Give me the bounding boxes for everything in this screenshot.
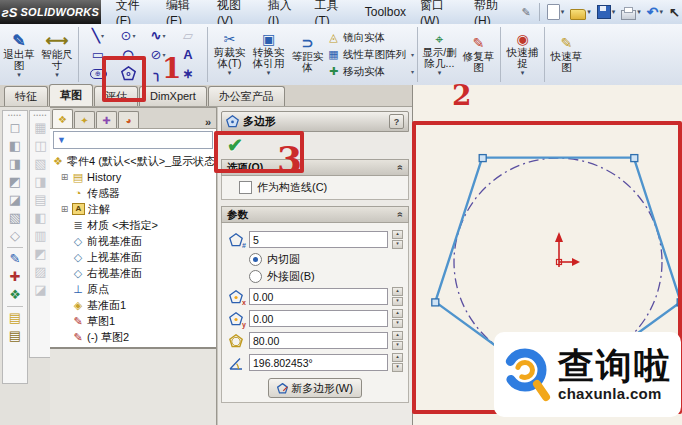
- spin-up-icon[interactable]: ▴: [392, 309, 403, 318]
- tree-item-sketch2[interactable]: ✎ (-) 草图2: [52, 329, 216, 345]
- spin-down-icon[interactable]: ▾: [392, 319, 403, 328]
- partial-ellipse-tool[interactable]: ▱: [173, 26, 203, 45]
- tree-root-item[interactable]: ❖ 零件4 (默认<<默认>_显示状态: [52, 153, 216, 169]
- arc-tool[interactable]: ◠: [113, 45, 143, 64]
- circle-diameter-input[interactable]: 80.00: [249, 332, 388, 349]
- view-left-icon[interactable]: ◩: [9, 173, 21, 191]
- parameters-section-header[interactable]: 参数 »: [221, 206, 409, 223]
- offset-entities-button[interactable]: ⊃ 等距实 体: [288, 24, 327, 85]
- inscribed-radio[interactable]: [249, 253, 262, 266]
- chevron-down-icon[interactable]: ▾: [521, 69, 525, 77]
- construction-line-checkbox[interactable]: [239, 181, 252, 194]
- quick-snaps-button[interactable]: ◉ 快速捕 捉 ▾: [503, 24, 542, 85]
- design-library-icon[interactable]: ▤: [9, 309, 21, 327]
- tab-dimxpert[interactable]: DimXpert: [139, 86, 207, 106]
- extrude-cut-icon[interactable]: ▤: [34, 191, 46, 209]
- pattern-feature-icon[interactable]: ◩: [34, 245, 46, 263]
- spin-up-icon[interactable]: ▴: [392, 331, 403, 340]
- graphics-area[interactable]: 查询啦 chaxunla.com: [412, 85, 682, 425]
- revolve-cut-icon[interactable]: ◧: [34, 209, 46, 227]
- view-right-icon[interactable]: ◪: [9, 191, 21, 209]
- edit-sketch-icon[interactable]: ✎: [10, 250, 21, 268]
- tree-item-front-plane[interactable]: ◇ 前视基准面: [52, 233, 216, 249]
- open-document-button[interactable]: ▾: [568, 5, 593, 20]
- tab-office-products[interactable]: 办公室产品: [208, 86, 285, 106]
- toolbar-grip[interactable]: •••••: [34, 112, 48, 118]
- sketch-fillet-tool[interactable]: ╮: [143, 64, 173, 83]
- rectangle-tool[interactable]: ▭: [83, 45, 113, 64]
- undo-button[interactable]: ↶ ▾: [645, 5, 665, 19]
- chevron-down-icon[interactable]: ▾: [438, 69, 442, 77]
- tab-features[interactable]: 特征: [4, 86, 48, 106]
- display-delete-relations-button[interactable]: ⌖ 显示/删 除几... ▾: [420, 24, 459, 85]
- chevron-down-icon[interactable]: ▾: [660, 8, 664, 16]
- collapse-chevron-icon[interactable]: »: [395, 212, 406, 218]
- ellipse-tool[interactable]: ⊘▾: [143, 45, 173, 64]
- lofted-boss-icon[interactable]: ◨: [34, 173, 46, 191]
- chevron-down-icon[interactable]: ▾: [612, 8, 616, 16]
- file-explorer-icon[interactable]: ▤: [9, 327, 21, 345]
- trim-entities-button[interactable]: ✂ 剪裁实 体(T) ▾: [210, 24, 249, 85]
- vertex-handle[interactable]: [479, 155, 486, 162]
- extrude-boss-icon[interactable]: ▦: [34, 119, 46, 137]
- markup-pen-icon[interactable]: ✎: [522, 6, 531, 19]
- options-section-header[interactable]: 选项(O) »: [221, 159, 409, 176]
- expand-icon[interactable]: ⊞: [60, 172, 69, 182]
- linear-sketch-pattern-button[interactable]: ▦ 线性草图阵列 ▾: [327, 47, 415, 63]
- help-button[interactable]: ?: [389, 114, 404, 129]
- construction-line-option[interactable]: 作为构造线(C): [227, 180, 403, 195]
- expand-icon[interactable]: ⊞: [60, 204, 69, 214]
- spline-tool[interactable]: ∿▾: [143, 26, 173, 45]
- spin-down-icon[interactable]: ▾: [392, 363, 403, 372]
- circumscribed-circle-option[interactable]: 外接圆(B): [227, 269, 403, 284]
- convert-entities-button[interactable]: ▣ 转换实 体引用 ▾: [249, 24, 288, 85]
- view-back-icon[interactable]: ◨: [9, 155, 21, 173]
- tree-item-top-plane[interactable]: ◇ 上视基准面: [52, 249, 216, 265]
- new-document-button[interactable]: ▾: [545, 4, 567, 20]
- spin-up-icon[interactable]: ▴: [392, 230, 403, 239]
- swept-boss-icon[interactable]: ▧: [34, 155, 46, 173]
- chevron-down-icon[interactable]: ▾: [587, 8, 591, 16]
- inscribed-circle-option[interactable]: 内切圆: [227, 252, 403, 267]
- center-x-spinner[interactable]: ▴▾: [392, 287, 403, 306]
- tree-item-origin[interactable]: ⊥ 原点: [52, 281, 216, 297]
- tab-sketch[interactable]: 草图: [49, 84, 93, 106]
- chevron-down-icon[interactable]: ▾: [162, 51, 165, 58]
- add-relation-icon[interactable]: ✚: [10, 268, 21, 286]
- tree-item-plane1[interactable]: ◈ 基准面1: [52, 297, 216, 313]
- sides-input[interactable]: 5: [249, 231, 388, 248]
- print-button[interactable]: ▾: [619, 5, 643, 20]
- save-button[interactable]: ▾: [595, 5, 618, 19]
- dimxpertmanager-tab[interactable]: ◕: [118, 111, 139, 128]
- chevron-down-icon[interactable]: ▾: [17, 71, 21, 79]
- new-polygon-button[interactable]: 新多边形(W): [268, 378, 362, 398]
- toolbar-grip[interactable]: •••••: [8, 112, 22, 118]
- spin-down-icon[interactable]: ▾: [392, 297, 403, 306]
- exit-sketch-button[interactable]: ✎ 退出草 图 ▾: [0, 24, 38, 85]
- chevron-down-icon[interactable]: ▾: [101, 32, 104, 39]
- spin-down-icon[interactable]: ▾: [392, 341, 403, 350]
- view-orientation-icon[interactable]: ◻: [10, 119, 21, 137]
- circumscribed-radio[interactable]: [249, 270, 262, 283]
- revolve-boss-icon[interactable]: ◫: [34, 137, 46, 155]
- collapse-chevron-icon[interactable]: »: [395, 165, 406, 171]
- line-tool[interactable]: ╲▾: [83, 26, 113, 45]
- mirror-entities-button[interactable]: ◬ 镜向实体: [327, 30, 415, 46]
- overflow-chevron-icon[interactable]: »: [202, 116, 214, 128]
- section-view-icon[interactable]: ◇: [10, 227, 20, 245]
- rapid-sketch-button[interactable]: ✎ 快速草 图: [547, 24, 586, 85]
- vertex-handle[interactable]: [677, 299, 682, 306]
- chevron-down-icon[interactable]: ▾: [561, 8, 565, 16]
- chevron-down-icon[interactable]: ▾: [162, 32, 165, 39]
- chevron-down-icon[interactable]: ▾: [637, 8, 641, 16]
- propertymanager-tab[interactable]: ✦: [74, 111, 95, 128]
- menu-toolbox[interactable]: Toolbox: [358, 2, 413, 22]
- ok-check-button[interactable]: ✔: [227, 136, 243, 155]
- repair-sketch-button[interactable]: ✎ 修复草 图: [459, 24, 498, 85]
- view-iso-icon[interactable]: ▧: [9, 209, 21, 227]
- center-x-input[interactable]: 0.00: [249, 288, 388, 305]
- tree-item-sensors[interactable]: ◔ 传感器: [52, 185, 216, 201]
- configurationmanager-tab[interactable]: ✚: [96, 111, 117, 128]
- center-y-input[interactable]: 0.00: [249, 310, 388, 327]
- smart-dimension-button[interactable]: ⟷ 智能尺 寸 ▾: [38, 24, 76, 85]
